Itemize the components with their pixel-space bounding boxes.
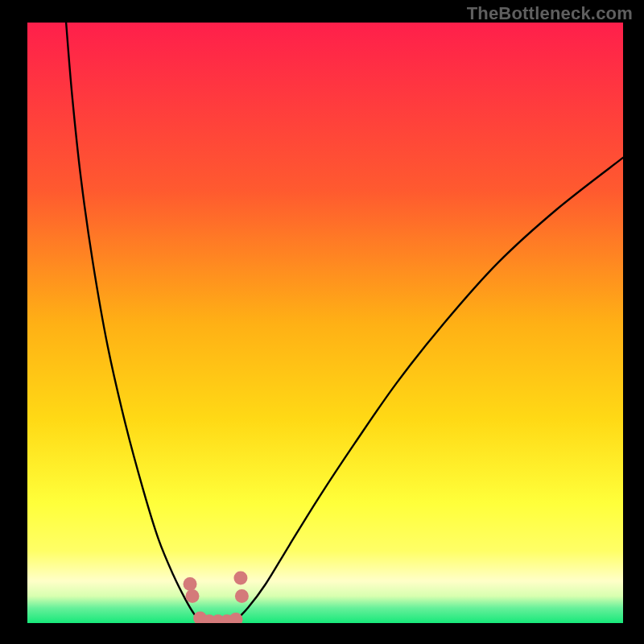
plot-svg xyxy=(27,23,623,623)
gradient-background xyxy=(27,23,623,623)
chart-frame: TheBottleneck.com xyxy=(0,0,644,644)
plot-area xyxy=(27,23,623,623)
data-point xyxy=(235,589,249,603)
watermark-text: TheBottleneck.com xyxy=(467,3,633,24)
data-point xyxy=(185,589,199,603)
data-point xyxy=(184,577,197,591)
data-point xyxy=(233,572,247,585)
